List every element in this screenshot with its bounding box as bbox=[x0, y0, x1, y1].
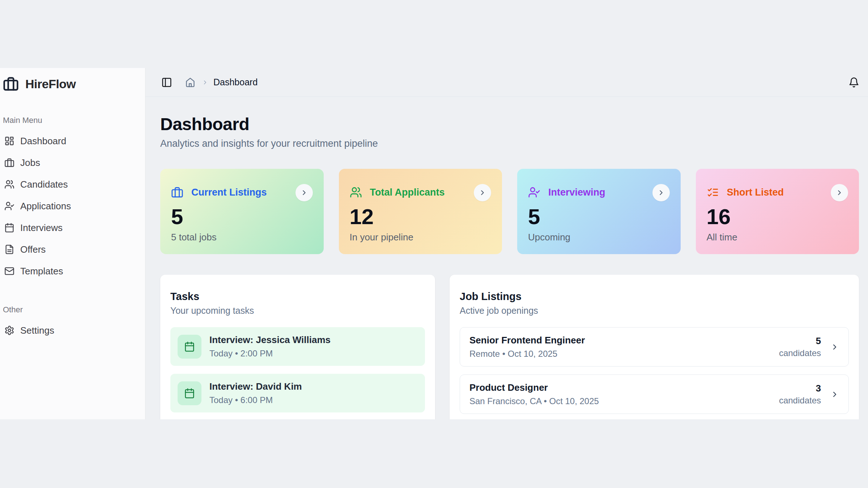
sidebar-item-label: Interviews bbox=[20, 222, 63, 234]
home-icon bbox=[185, 77, 195, 87]
job-listings-title: Job Listings bbox=[460, 291, 849, 303]
task-title: Interview: Jessica Williams bbox=[209, 334, 331, 346]
list-checks-icon bbox=[707, 186, 719, 198]
tasks-card: Tasks Your upcoming tasks Interview: Jes… bbox=[160, 275, 435, 419]
briefcase-icon bbox=[171, 186, 183, 198]
sidebar: HireFlow Main Menu Dashboard Jobs Candid… bbox=[0, 68, 145, 419]
chevron-right-icon bbox=[657, 189, 665, 197]
stat-caption: Upcoming bbox=[528, 232, 670, 243]
job-candidate-label: candidates bbox=[779, 348, 821, 358]
job-listings-subtitle: Active job openings bbox=[460, 305, 849, 316]
file-text-icon bbox=[4, 244, 14, 254]
calendar-icon bbox=[184, 388, 195, 399]
users-icon bbox=[4, 179, 14, 189]
tasks-title: Tasks bbox=[170, 291, 425, 303]
stat-chevron-button[interactable] bbox=[652, 184, 670, 201]
stat-card-current-listings[interactable]: Current Listings 5 5 total jobs bbox=[160, 169, 324, 254]
stat-label: Short Listed bbox=[727, 187, 784, 198]
job-title: Product Designer bbox=[469, 382, 599, 393]
briefcase-logo-icon bbox=[3, 76, 19, 92]
task-list: Interview: Jessica Williams Today • 2:00… bbox=[170, 327, 425, 412]
chevron-right-icon bbox=[830, 343, 839, 351]
sidebar-section-main-menu: Main Menu bbox=[3, 116, 140, 125]
stat-chevron-button[interactable] bbox=[295, 184, 313, 201]
stat-card-interviewing[interactable]: Interviewing 5 Upcoming bbox=[517, 169, 681, 254]
app-logo: HireFlow bbox=[3, 76, 140, 92]
breadcrumb-home-button[interactable] bbox=[185, 77, 195, 87]
sidebar-item-dashboard[interactable]: Dashboard bbox=[3, 130, 140, 152]
page-content: Dashboard Analytics and insights for you… bbox=[145, 97, 868, 419]
sidebar-item-candidates[interactable]: Candidates bbox=[3, 174, 140, 195]
task-calendar-chip bbox=[178, 381, 201, 405]
job-row[interactable]: Product Designer San Francisco, CA • Oct… bbox=[460, 374, 849, 414]
sidebar-item-jobs[interactable]: Jobs bbox=[3, 152, 140, 174]
stat-value: 16 bbox=[707, 206, 848, 228]
sidebar-item-settings[interactable]: Settings bbox=[3, 320, 140, 341]
job-list: Senior Frontend Engineer Remote • Oct 10… bbox=[460, 327, 849, 414]
sidebar-item-label: Dashboard bbox=[20, 136, 66, 147]
bottom-row: Tasks Your upcoming tasks Interview: Jes… bbox=[160, 275, 859, 419]
mail-icon bbox=[4, 266, 14, 276]
tasks-subtitle: Your upcoming tasks bbox=[170, 305, 425, 316]
sidebar-item-interviews[interactable]: Interviews bbox=[3, 217, 140, 239]
sidebar-item-applications[interactable]: Applications bbox=[3, 195, 140, 217]
gear-icon bbox=[4, 325, 14, 335]
task-calendar-chip bbox=[178, 335, 201, 359]
sidebar-item-offers[interactable]: Offers bbox=[3, 239, 140, 260]
sidebar-item-label: Settings bbox=[20, 325, 54, 336]
task-item[interactable]: Interview: David Kim Today • 6:00 PM bbox=[170, 374, 425, 412]
stat-caption: In your pipeline bbox=[350, 232, 492, 243]
chevron-right-icon bbox=[300, 189, 308, 197]
stat-value: 5 bbox=[528, 206, 670, 228]
stat-label: Current Listings bbox=[191, 187, 267, 198]
stat-label: Interviewing bbox=[548, 187, 605, 198]
task-item[interactable]: Interview: Jessica Williams Today • 2:00… bbox=[170, 327, 425, 366]
sidebar-section-other: Other bbox=[3, 305, 140, 314]
job-meta: Remote • Oct 10, 2025 bbox=[469, 349, 585, 359]
page-subtitle: Analytics and insights for your recruitm… bbox=[160, 137, 859, 150]
breadcrumb-separator-icon bbox=[202, 79, 208, 86]
job-candidate-count: 5 bbox=[779, 335, 821, 347]
sidebar-item-templates[interactable]: Templates bbox=[3, 260, 140, 282]
user-check-icon bbox=[528, 186, 540, 198]
user-check-icon bbox=[4, 201, 14, 211]
calendar-icon bbox=[184, 341, 195, 352]
briefcase-icon bbox=[4, 158, 14, 168]
stat-value: 12 bbox=[350, 206, 492, 228]
calendar-icon bbox=[4, 223, 14, 233]
stat-card-short-listed[interactable]: Short Listed 16 All time bbox=[696, 169, 859, 254]
sidebar-item-label: Candidates bbox=[20, 179, 68, 190]
stat-chevron-button[interactable] bbox=[831, 184, 848, 201]
job-listings-card: Job Listings Active job openings Senior … bbox=[450, 275, 859, 419]
chevron-right-icon bbox=[830, 390, 839, 399]
chevron-right-icon bbox=[835, 189, 843, 197]
task-title: Interview: David Kim bbox=[209, 381, 302, 392]
app-window: HireFlow Main Menu Dashboard Jobs Candid… bbox=[0, 68, 868, 419]
sidebar-item-label: Templates bbox=[20, 266, 63, 277]
sidebar-item-label: Offers bbox=[20, 244, 46, 255]
sidebar-toggle-button[interactable] bbox=[161, 77, 172, 88]
stat-label: Total Applicants bbox=[370, 187, 445, 198]
stat-value: 5 bbox=[171, 206, 313, 228]
page-title: Dashboard bbox=[160, 114, 859, 134]
panel-left-icon bbox=[161, 77, 172, 88]
topbar: Dashboard bbox=[145, 68, 868, 97]
notifications-button[interactable] bbox=[848, 77, 859, 88]
stats-row: Current Listings 5 5 total jobs Total Ap… bbox=[160, 169, 859, 254]
stat-caption: All time bbox=[707, 232, 848, 243]
task-time: Today • 2:00 PM bbox=[209, 348, 331, 359]
app-title: HireFlow bbox=[25, 77, 76, 91]
main-area: Dashboard Dashboard Analytics and insigh… bbox=[145, 68, 868, 419]
breadcrumb-current: Dashboard bbox=[213, 77, 258, 87]
layout-dashboard-icon bbox=[4, 136, 14, 146]
job-row[interactable]: Senior Frontend Engineer Remote • Oct 10… bbox=[460, 327, 849, 367]
chevron-right-icon bbox=[478, 189, 486, 197]
sidebar-item-label: Jobs bbox=[20, 157, 40, 168]
bell-icon bbox=[848, 77, 859, 88]
job-candidate-label: candidates bbox=[779, 395, 821, 406]
stat-caption: 5 total jobs bbox=[171, 232, 313, 243]
stat-chevron-button[interactable] bbox=[474, 184, 491, 201]
stat-card-total-applicants[interactable]: Total Applicants 12 In your pipeline bbox=[339, 169, 502, 254]
task-time: Today • 6:00 PM bbox=[209, 395, 302, 405]
job-title: Senior Frontend Engineer bbox=[469, 335, 585, 346]
